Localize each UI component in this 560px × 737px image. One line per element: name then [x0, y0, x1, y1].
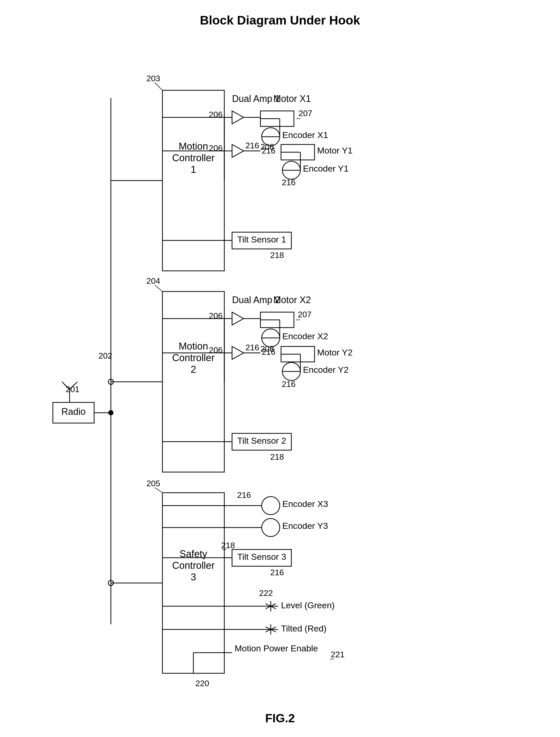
mc2-label-line2: Controller	[172, 352, 215, 363]
label-208a: 208	[260, 142, 274, 151]
dual-amp-1-label: Dual Amp 1	[232, 93, 280, 104]
label-216-sc3: 216	[270, 568, 284, 577]
label-204: 204	[146, 276, 160, 285]
mc1-label-line2: Controller	[172, 152, 215, 163]
motor-y1-label: Motor Y1	[317, 145, 352, 155]
encoder-x3-label: Encoder X3	[282, 499, 328, 509]
svg-line-8	[155, 83, 162, 90]
encoder-y2-label: Encoder Y2	[303, 365, 349, 375]
sc3-box	[162, 493, 224, 673]
radio-label: Radio	[61, 406, 86, 417]
tilt-sensor-1-label: Tilt Sensor 1	[237, 234, 286, 244]
encoder-y3-circle	[262, 519, 280, 537]
label-208b: 208	[260, 344, 274, 353]
label-216d: 216	[282, 380, 295, 389]
amp2-lower-triangle	[232, 346, 244, 359]
label-206b: 206	[209, 143, 223, 153]
label-201: 201	[66, 385, 79, 394]
tilt-sensor-3-label: Tilt Sensor 3	[237, 552, 286, 562]
motion-power-enable-label: Motion Power Enable	[235, 643, 318, 653]
amp1-lower-triangle	[232, 144, 244, 157]
sc3-label-line2: Controller	[172, 560, 215, 571]
label-207b: 207	[298, 310, 311, 319]
motor-y2-label: Motor Y2	[317, 347, 352, 357]
tilt-sensor-2-label: Tilt Sensor 2	[237, 436, 286, 446]
label-218a: 218	[270, 250, 284, 260]
encoder-x3-circle	[262, 497, 280, 515]
label-207a: 207	[299, 109, 312, 118]
motor-x2-label: Motor X2	[273, 294, 311, 305]
label-216-amp2: 216	[245, 343, 259, 352]
label-222: 222	[259, 588, 273, 598]
amp1-upper-triangle	[232, 111, 244, 124]
label-202: 202	[98, 351, 112, 360]
level-green-label: Level (Green)	[281, 600, 335, 610]
label-203: 203	[146, 74, 160, 83]
label-216e: 216	[237, 490, 251, 500]
svg-line-43	[155, 488, 162, 493]
junction-radio-bus	[108, 410, 113, 415]
label-218b: 218	[270, 452, 284, 462]
label-216b: 216	[282, 178, 295, 187]
fig-label: FIG.2	[265, 711, 295, 725]
label-206d: 206	[209, 345, 223, 355]
label-221: 221	[331, 650, 344, 659]
motor-x1-label: Motor X1	[273, 93, 311, 104]
encoder-x2-label: Encoder X2	[282, 331, 328, 341]
encoder-y1-label: Encoder Y1	[303, 163, 349, 173]
sc3-label-line3: 3	[191, 572, 196, 583]
svg-line-26	[155, 285, 162, 291]
encoder-y3-label: Encoder Y3	[282, 521, 328, 531]
dual-amp-2-label: Dual Amp 2	[232, 294, 280, 305]
label-206c: 206	[209, 311, 223, 320]
label-218c: 218	[221, 541, 235, 550]
mc2-label-line3: 2	[191, 364, 196, 375]
label-216-amp1: 216	[245, 141, 259, 150]
label-220: 220	[195, 679, 209, 688]
page-title: Block Diagram Under Hook	[200, 13, 360, 27]
tilted-red-label: Tilted (Red)	[281, 624, 326, 633]
label-205: 205	[146, 479, 160, 488]
label-206a: 206	[209, 110, 223, 119]
encoder-x1-label: Encoder X1	[282, 130, 328, 140]
mc2-label-line1: Motion	[179, 341, 208, 351]
amp2-upper-triangle	[232, 312, 244, 325]
mc1-label-line1: Motion	[179, 141, 208, 152]
mc1-label-line3: 1	[191, 164, 196, 175]
